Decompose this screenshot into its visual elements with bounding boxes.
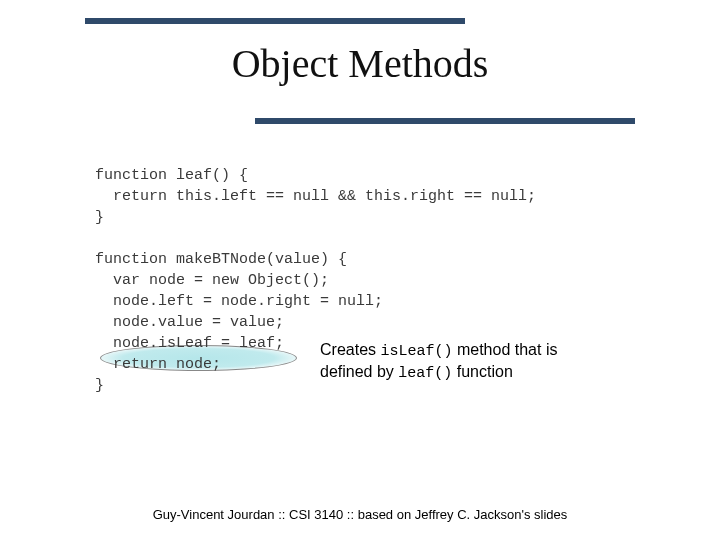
code-line: return this.left == null && this.right =… [95,188,536,205]
code-line: return node; [95,356,221,373]
page-title: Object Methods [0,40,720,87]
code-line: node.value = value; [95,314,284,331]
annotation-code: leaf() [398,365,452,382]
code-line: var node = new Object(); [95,272,329,289]
code-line: } [95,377,104,394]
annotation-code: isLeaf() [380,343,452,360]
code-line: function makeBTNode(value) { [95,251,347,268]
mid-rule [255,118,635,124]
code-line: } [95,209,104,226]
annotation-text: defined by [320,363,398,380]
annotation-text: Creates [320,341,380,358]
annotation-text: method that is [452,341,557,358]
top-rule [85,18,465,24]
code-line: node.left = node.right = null; [95,293,383,310]
slide: Object Methods function leaf() { return … [0,0,720,540]
annotation-text: function [452,363,512,380]
footer: Guy-Vincent Jourdan :: CSI 3140 :: based… [0,507,720,522]
code-line: function leaf() { [95,167,248,184]
annotation: Creates isLeaf() method that is defined … [320,340,580,384]
code-line: node.isLeaf = leaf; [95,335,284,352]
